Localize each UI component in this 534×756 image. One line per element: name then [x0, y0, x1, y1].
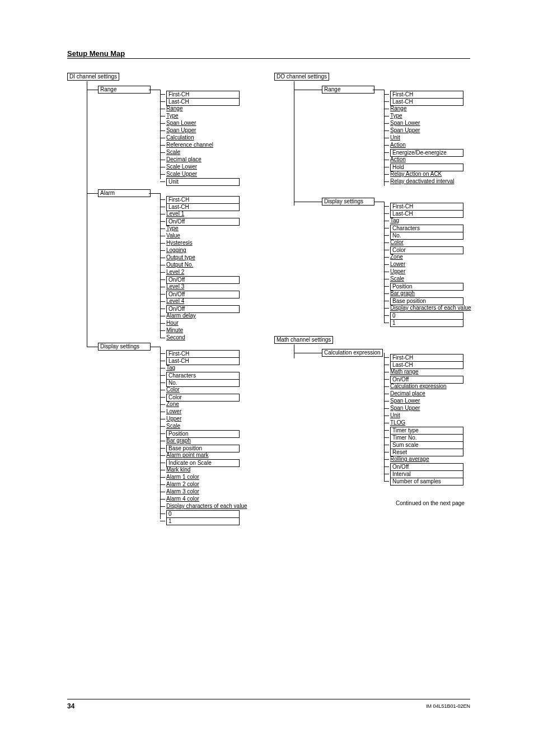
- menu-item: On/Off: [166, 218, 240, 226]
- menu-item: Last-CH: [166, 98, 240, 106]
- menu-item: Tag: [166, 365, 175, 371]
- page-number: 34: [67, 702, 74, 710]
- menu-item: Calculation: [166, 134, 194, 141]
- menu-item: Color: [390, 239, 404, 246]
- menu-item: Sum scale: [390, 441, 463, 449]
- menu-item: Display characters of each value: [166, 503, 247, 510]
- menu-item: Type: [166, 225, 179, 232]
- menu-item: Span Lower: [390, 120, 420, 127]
- menu-item: Range: [166, 105, 182, 112]
- menu-item: Range: [390, 105, 406, 112]
- menu-item: Scale: [390, 276, 404, 282]
- menu-item: Span Upper: [390, 405, 420, 412]
- menu-item: On/Off: [390, 463, 463, 471]
- menu-item: Math range: [390, 368, 419, 375]
- menu-item: On/Off: [166, 291, 240, 298]
- menu-item: On/Off: [166, 305, 240, 313]
- menu-item: Bar graph: [166, 437, 191, 444]
- menu-item: Action: [390, 156, 406, 163]
- menu-item: Decimal place: [390, 390, 425, 397]
- menu-item: 0: [166, 510, 240, 518]
- menu-item: Output No.: [166, 262, 193, 268]
- menu-item: Lower: [390, 261, 405, 268]
- menu-item: Alarm delay: [166, 312, 196, 319]
- menu-item: Last-CH: [390, 361, 463, 369]
- menu-item: Alarm 3 color: [166, 488, 199, 495]
- menu-item: Alarm point mark: [166, 452, 209, 459]
- section-heading: Setup Menu Map: [67, 49, 470, 59]
- menu-item: Logging: [166, 247, 186, 254]
- menu-item: Type: [390, 113, 402, 119]
- menu-item: Level 2: [166, 269, 184, 276]
- menu-item: Bar graph: [390, 290, 415, 297]
- menu-item: Alarm 4 color: [166, 496, 199, 502]
- menu-item: Color: [166, 394, 240, 402]
- menu-item: Span Lower: [166, 120, 196, 127]
- menu-item: On/Off: [390, 376, 463, 384]
- continued-note: Continued on the next page: [396, 500, 465, 506]
- menu-item: Zone: [390, 254, 403, 260]
- menu-item: Color: [390, 246, 463, 254]
- menu-item: Hysteresis: [166, 240, 193, 246]
- menu-item: Decimal place: [166, 156, 202, 163]
- menu-item: Minute: [166, 327, 183, 334]
- menu-item: Span Upper: [390, 127, 420, 134]
- menu-item: Indicate on Scale: [166, 459, 240, 467]
- do-display-node: Display settings: [322, 198, 374, 206]
- menu-item: Upper: [166, 416, 181, 422]
- menu-item: Timer type: [390, 427, 463, 435]
- menu-item: Last-CH: [166, 203, 240, 211]
- menu-item: Scale: [166, 149, 180, 156]
- menu-item: Base position: [390, 297, 463, 305]
- menu-item: First-CH: [390, 354, 463, 362]
- di-display-node: Display settings: [98, 343, 151, 351]
- menu-item: Last-CH: [166, 357, 240, 365]
- menu-item: Hour: [166, 320, 179, 326]
- menu-item: First-CH: [390, 203, 463, 211]
- menu-item: Span Upper: [166, 127, 196, 134]
- menu-item: Output type: [166, 254, 195, 261]
- menu-item: Characters: [166, 372, 240, 380]
- menu-item: Tag: [390, 217, 399, 224]
- menu-item: Relay Action on ACK: [390, 171, 442, 178]
- menu-item: Unit: [390, 134, 400, 141]
- menu-item: Upper: [390, 268, 405, 275]
- menu-item: Base position: [166, 445, 240, 452]
- menu-item: Level 3: [166, 283, 184, 290]
- menu-item: First-CH: [166, 350, 240, 358]
- menu-item: Energize/De-energize: [390, 149, 463, 157]
- menu-item: No.: [390, 232, 463, 240]
- di-range-node: Range: [98, 86, 151, 94]
- menu-item: Lower: [166, 408, 181, 415]
- menu-item: Characters: [390, 225, 463, 232]
- menu-item: Level 4: [166, 298, 184, 305]
- menu-item: Display characters of each value: [390, 305, 471, 311]
- menu-item: First-CH: [166, 196, 240, 204]
- menu-item: Unit: [390, 412, 400, 419]
- doc-id: IM 04L51B01-02EN: [426, 703, 470, 709]
- menu-item: Relay deactivated interval: [390, 178, 455, 185]
- menu-item: Position: [390, 283, 463, 291]
- menu-item: Alarm 1 color: [166, 474, 199, 480]
- math-calc-node: Calculation expression: [322, 349, 383, 357]
- do-range-node: Range: [322, 86, 374, 94]
- menu-item: Reference channel: [166, 142, 213, 148]
- menu-item: Scale Lower: [166, 164, 197, 170]
- menu-item: On/Off: [166, 276, 240, 284]
- menu-item: No.: [166, 379, 240, 387]
- menu-item: Timer No.: [390, 434, 463, 442]
- menu-item: Type: [166, 113, 179, 119]
- menu-item: Second: [166, 334, 185, 341]
- menu-item: Interval: [390, 470, 463, 478]
- menu-item: First-CH: [166, 91, 240, 99]
- menu-item: Level 1: [166, 211, 184, 217]
- menu-item: Last-CH: [390, 98, 463, 106]
- math-root: Math channel settings: [274, 336, 333, 344]
- menu-item: Calculation expression: [390, 383, 447, 390]
- menu-item: Scale Upper: [166, 171, 197, 178]
- menu-item: 0: [390, 312, 463, 320]
- menu-item: Position: [166, 430, 240, 438]
- menu-item: First-CH: [390, 91, 463, 99]
- di-root: DI channel settings: [67, 73, 119, 81]
- menu-item: Action: [390, 142, 406, 148]
